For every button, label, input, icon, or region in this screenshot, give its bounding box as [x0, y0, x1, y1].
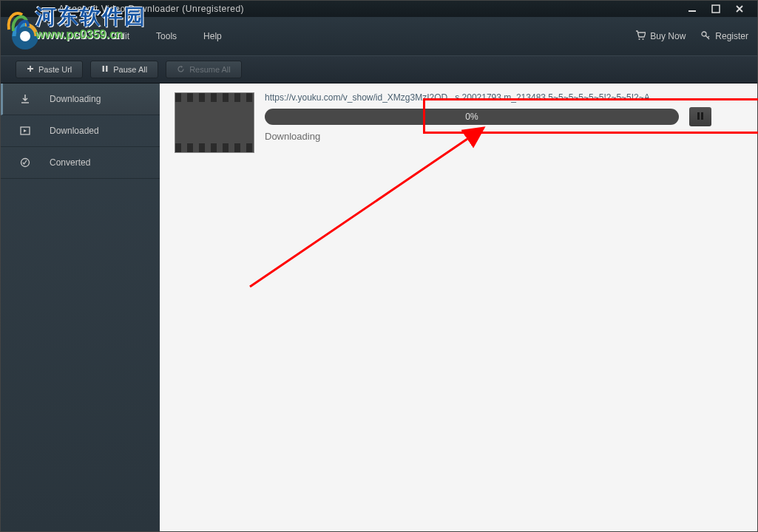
svg-rect-8: [106, 66, 108, 72]
pause-icon: [697, 110, 704, 123]
body: Downloading Downloaded Converted https:: [1, 83, 757, 531]
header-actions: Buy Now Register: [635, 30, 748, 43]
sidebar-item-label: Downloaded: [50, 126, 99, 136]
progress-bar: 0%: [265, 109, 679, 125]
svg-rect-11: [697, 112, 700, 120]
refresh-icon: [177, 65, 185, 75]
menu-edit[interactable]: Edit: [104, 28, 140, 44]
window-title: Aiseesoft Video Downloader (Unregistered…: [58, 4, 680, 14]
download-details: https://v.youku.com/v_show/id_XMzg3MzI2O…: [265, 92, 742, 153]
menu-file[interactable]: File: [63, 28, 98, 44]
svg-rect-7: [103, 66, 105, 72]
sidebar-item-label: Downloading: [50, 94, 101, 104]
sidebar-item-downloading[interactable]: Downloading: [1, 83, 160, 115]
pause-icon: [101, 65, 109, 74]
sidebar: Downloading Downloaded Converted: [1, 83, 160, 531]
paste-url-label: Paste Url: [38, 65, 72, 74]
resume-all-label: Resume All: [189, 65, 231, 74]
download-icon: [18, 92, 32, 106]
register-label: Register: [715, 31, 748, 41]
toolbar: Paste Url Pause All Resume All: [1, 55, 757, 83]
downloaded-icon: [18, 124, 32, 137]
logo-area: [10, 21, 41, 52]
sidebar-item-converted[interactable]: Converted: [1, 147, 160, 179]
buy-now-label: Buy Now: [650, 31, 686, 41]
pause-all-button[interactable]: Pause All: [90, 61, 158, 78]
sidebar-item-downloaded[interactable]: Downloaded: [1, 115, 160, 147]
converted-icon: [18, 156, 32, 169]
download-item: https://v.youku.com/v_show/id_XMzg3MzI2O…: [175, 92, 742, 153]
cart-icon: [635, 30, 646, 43]
progress-text: 0%: [465, 112, 478, 122]
plus-icon: [27, 65, 34, 74]
menu-tools[interactable]: Tools: [146, 28, 187, 44]
buy-now-link[interactable]: Buy Now: [635, 30, 686, 43]
maximize-button[interactable]: [704, 1, 728, 16]
window-controls: [680, 1, 751, 16]
pause-all-label: Pause All: [113, 65, 147, 74]
download-status: Downloading: [265, 131, 742, 142]
progress-row: 0%: [265, 107, 742, 126]
register-link[interactable]: Register: [700, 30, 748, 43]
app-window: Aiseesoft Video Downloader (Unregistered…: [0, 0, 758, 532]
menu-bar: File Edit Tools Help: [63, 28, 232, 44]
sidebar-item-label: Converted: [50, 157, 90, 168]
close-button[interactable]: [728, 1, 751, 16]
svg-point-5: [643, 38, 644, 40]
minimize-button[interactable]: [680, 1, 704, 16]
svg-rect-1: [712, 5, 720, 13]
app-logo-icon: [10, 21, 41, 52]
svg-rect-12: [701, 112, 703, 120]
resume-all-button[interactable]: Resume All: [166, 61, 242, 78]
download-url: https://v.youku.com/v_show/id_XMzg3MzI2O…: [265, 92, 694, 103]
header: File Edit Tools Help Buy Now Register: [1, 17, 757, 55]
item-pause-button[interactable]: [689, 107, 711, 126]
titlebar: Aiseesoft Video Downloader (Unregistered…: [1, 1, 757, 17]
svg-rect-0: [688, 10, 696, 12]
main-content: https://v.youku.com/v_show/id_XMzg3MzI2O…: [160, 83, 757, 531]
paste-url-button[interactable]: Paste Url: [16, 61, 83, 78]
key-icon: [700, 30, 711, 43]
svg-point-4: [639, 38, 640, 40]
menu-help[interactable]: Help: [193, 28, 232, 44]
svg-point-3: [20, 31, 30, 41]
video-thumbnail: [175, 92, 254, 153]
